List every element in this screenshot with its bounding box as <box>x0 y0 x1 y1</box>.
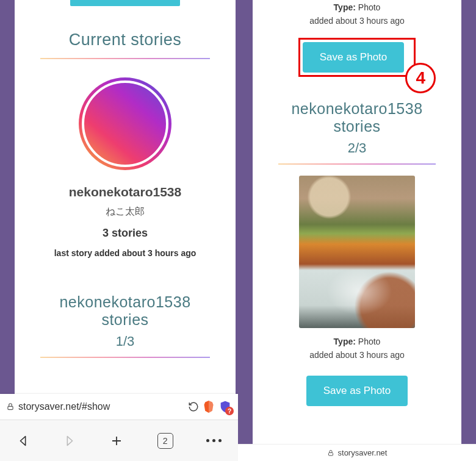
current-stories-heading: Current stories <box>40 30 210 49</box>
right-screenshot: Type: Photo added about 3 hours ago Save… <box>238 0 476 461</box>
url-text: storysaver.net/#show <box>18 401 184 412</box>
last-story-time: last story added about 3 hours ago <box>40 248 210 258</box>
cyan-bar <box>70 0 180 6</box>
profile-avatar[interactable] <box>79 77 171 170</box>
stories-section-header: nekonekotaro1538 stories <box>40 293 210 329</box>
new-tab-icon[interactable] <box>109 434 124 448</box>
story-count: 3 stories <box>40 227 210 240</box>
svg-rect-1 <box>328 452 333 456</box>
browser-url-bar[interactable]: storysaver.net/#show ? <box>0 394 238 420</box>
save-as-photo-button[interactable]: Save as Photo <box>303 42 405 73</box>
gradient-divider <box>40 357 210 358</box>
story-index: 1/3 <box>40 334 210 349</box>
save-as-photo-button[interactable]: Save as Photo <box>306 376 408 406</box>
media-added-time: added about 3 hours ago <box>278 16 436 26</box>
story-photo-preview[interactable] <box>299 176 415 328</box>
reload-icon[interactable] <box>188 401 199 412</box>
media-type: Type: Photo <box>278 337 436 346</box>
forward-icon <box>63 434 76 448</box>
gradient-divider <box>278 163 436 165</box>
story-index: 2/3 <box>278 140 436 156</box>
gradient-divider <box>40 58 210 59</box>
profile-username[interactable]: nekonekotaro1538 <box>40 185 210 199</box>
annotation-step-number: 4 <box>405 63 436 93</box>
url-text: storysaver.net <box>338 448 388 457</box>
menu-icon[interactable] <box>206 439 222 442</box>
annotation-highlight: Save as Photo 4 <box>298 38 416 77</box>
browser-url-bar-collapsed[interactable]: storysaver.net <box>238 444 476 461</box>
browser-bottom-nav: 2 <box>0 420 238 461</box>
media-added-time: added about 3 hours ago <box>278 350 436 360</box>
profile-display-name: ねこ太郎 <box>40 205 210 218</box>
lock-icon <box>6 402 15 411</box>
stories-section-header: nekonekotaro1538 stories <box>278 100 436 135</box>
brave-lion-icon[interactable] <box>203 399 215 414</box>
left-screenshot: Current stories nekonekotaro1538 ねこ太郎 3 … <box>0 0 238 461</box>
svg-rect-0 <box>8 406 13 409</box>
tab-count-button[interactable]: 2 <box>157 433 173 449</box>
back-icon[interactable] <box>16 434 30 448</box>
media-type: Type: Photo <box>278 2 436 12</box>
shield-badge-icon[interactable]: ? <box>218 400 232 413</box>
lock-icon <box>327 449 334 457</box>
